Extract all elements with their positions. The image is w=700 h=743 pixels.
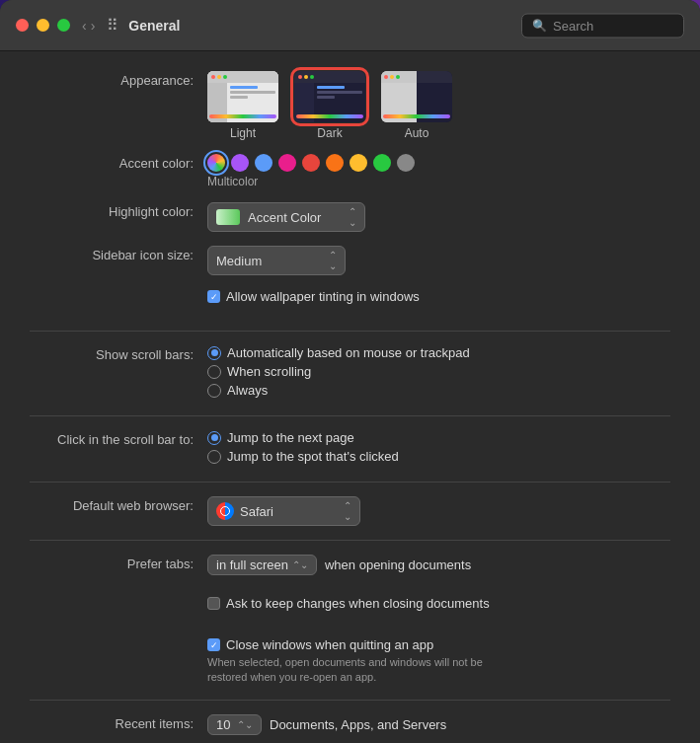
dark-colorbar: [296, 114, 363, 118]
dark-bar-1: [317, 86, 345, 89]
highlight-color-dropdown[interactable]: Accent Color ⌃⌄: [207, 202, 365, 232]
recent-items-value: 10: [216, 717, 230, 732]
light-titlebar: [207, 71, 278, 83]
accent-blue[interactable]: [255, 154, 272, 172]
auto-dot-3: [396, 75, 400, 79]
accent-pink[interactable]: [278, 154, 296, 172]
accent-yellow[interactable]: [350, 154, 367, 172]
appearance-auto[interactable]: Auto: [381, 71, 452, 140]
close-button[interactable]: [16, 19, 29, 32]
prefer-tabs-control-row: in full screen ⌃⌄ when opening documents: [207, 555, 670, 575]
accent-graphite[interactable]: [397, 154, 415, 172]
accent-multicolor[interactable]: [207, 154, 225, 172]
accent-green[interactable]: [373, 154, 391, 172]
accent-red[interactable]: [302, 154, 320, 172]
appearance-dark-preview: [294, 71, 365, 122]
close-windows-content: ✓ Close windows when quitting an app Whe…: [207, 637, 670, 686]
light-bar-2: [230, 91, 275, 94]
highlight-color-label: Highlight color:: [30, 202, 207, 219]
ask-changes-row: Ask to keep changes when closing documen…: [30, 596, 670, 624]
click-scroll-bar-content: Jump to the next page Jump to the spot t…: [207, 430, 670, 468]
grid-icon[interactable]: ⠿: [107, 16, 118, 35]
accent-color-options: [207, 154, 670, 172]
safari-needle: [220, 506, 230, 516]
dark-dot-1: [298, 75, 302, 79]
accent-color-row: Accent color: Multicolor: [30, 154, 670, 188]
titlebar: ‹ › ⠿ General 🔍 Search: [0, 0, 700, 51]
search-box[interactable]: 🔍 Search: [521, 13, 684, 37]
auto-dot-2: [390, 75, 394, 79]
forward-arrow-icon[interactable]: ›: [91, 18, 96, 34]
light-dot-2: [217, 75, 221, 79]
close-windows-row: ✓ Close windows when quitting an app Whe…: [30, 637, 670, 686]
click-scroll-bar-label: Click in the scroll bar to:: [30, 430, 207, 447]
scroll-bars-always-label: Always: [227, 383, 268, 398]
show-scroll-bars-row: Show scroll bars: Automatically based on…: [30, 345, 670, 402]
prefer-tabs-row: Prefer tabs: in full screen ⌃⌄ when open…: [30, 555, 670, 582]
radio-dot: [211, 349, 218, 356]
highlight-swatch: [216, 209, 240, 225]
appearance-light-preview: [207, 71, 278, 122]
close-windows-spacer: [30, 637, 207, 639]
light-bar-3: [230, 96, 248, 99]
click-spot-label: Jump to the spot that's clicked: [227, 449, 399, 464]
allow-wallpaper-spacer: [30, 289, 207, 291]
maximize-button[interactable]: [57, 19, 70, 32]
click-spot-row: Jump to the spot that's clicked: [207, 449, 670, 464]
recent-items-label: Recent items:: [30, 714, 207, 731]
click-spot-radio[interactable]: [207, 450, 221, 464]
dark-dot-2: [304, 75, 308, 79]
allow-wallpaper-content: ✓ Allow wallpaper tinting in windows: [207, 289, 670, 304]
sidebar-icon-size-row: Sidebar icon size: Medium ⌃⌄: [30, 246, 670, 275]
close-windows-checkbox[interactable]: ✓: [207, 638, 220, 651]
default-browser-dropdown[interactable]: Safari ⌃⌄: [207, 496, 360, 526]
sidebar-icon-size-dropdown[interactable]: Medium ⌃⌄: [207, 246, 346, 275]
highlight-dropdown-arrow-icon: ⌃⌄: [349, 206, 356, 228]
preferences-window: ‹ › ⠿ General 🔍 Search Appearance:: [0, 0, 700, 743]
default-browser-content: Safari ⌃⌄: [207, 496, 670, 526]
highlight-color-value: Accent Color: [248, 210, 321, 225]
browser-dropdown-arrow-icon: ⌃⌄: [344, 500, 351, 522]
minimize-button[interactable]: [37, 19, 49, 32]
ask-changes-checkbox[interactable]: [207, 597, 220, 610]
appearance-light-label: Light: [230, 126, 256, 140]
checkbox-check-icon: ✓: [210, 292, 218, 302]
ask-changes-checkbox-row: Ask to keep changes when closing documen…: [207, 596, 670, 611]
back-arrow-icon[interactable]: ‹: [82, 18, 87, 34]
click-next-page-dot: [211, 434, 218, 441]
accent-purple[interactable]: [231, 154, 249, 172]
prefer-tabs-dropdown[interactable]: in full screen ⌃⌄: [207, 555, 317, 575]
divider-2: [30, 415, 670, 416]
auto-colorbar: [383, 114, 450, 118]
allow-wallpaper-checkbox[interactable]: ✓: [207, 290, 220, 303]
prefer-tabs-label: Prefer tabs:: [30, 555, 207, 571]
appearance-auto-thumb: [381, 71, 452, 122]
dark-dot-3: [310, 75, 314, 79]
divider-5: [30, 700, 670, 701]
scroll-bars-auto-radio[interactable]: [207, 346, 221, 360]
recent-items-control-row: 10 ⌃⌄ Documents, Apps, and Servers: [207, 714, 670, 735]
accent-color-content: Multicolor: [207, 154, 670, 188]
default-browser-value: Safari: [240, 504, 273, 519]
appearance-row: Appearance:: [30, 71, 670, 140]
appearance-auto-label: Auto: [405, 126, 429, 140]
recent-items-arrow-icon: ⌃⌄: [237, 719, 253, 730]
appearance-dark[interactable]: Dark: [294, 71, 365, 140]
appearance-label: Appearance:: [30, 71, 207, 88]
recent-items-dropdown[interactable]: 10 ⌃⌄: [207, 714, 262, 735]
window-title: General: [128, 18, 180, 34]
allow-wallpaper-checkbox-row: ✓ Allow wallpaper tinting in windows: [207, 289, 670, 304]
auto-titlebar-right: [417, 71, 452, 83]
scroll-bars-always-radio[interactable]: [207, 384, 221, 398]
highlight-color-content: Accent Color ⌃⌄: [207, 202, 670, 232]
accent-orange[interactable]: [326, 154, 344, 172]
scroll-bars-scrolling-radio[interactable]: [207, 365, 221, 379]
dark-titlebar: [294, 71, 365, 83]
close-windows-label: Close windows when quitting an app: [226, 637, 433, 652]
appearance-light[interactable]: Light: [207, 71, 278, 140]
light-dot-1: [211, 75, 215, 79]
click-next-page-radio[interactable]: [207, 431, 221, 445]
light-bar-1: [230, 86, 258, 89]
close-windows-check-icon: ✓: [210, 640, 218, 650]
auto-titlebar: [381, 71, 452, 83]
